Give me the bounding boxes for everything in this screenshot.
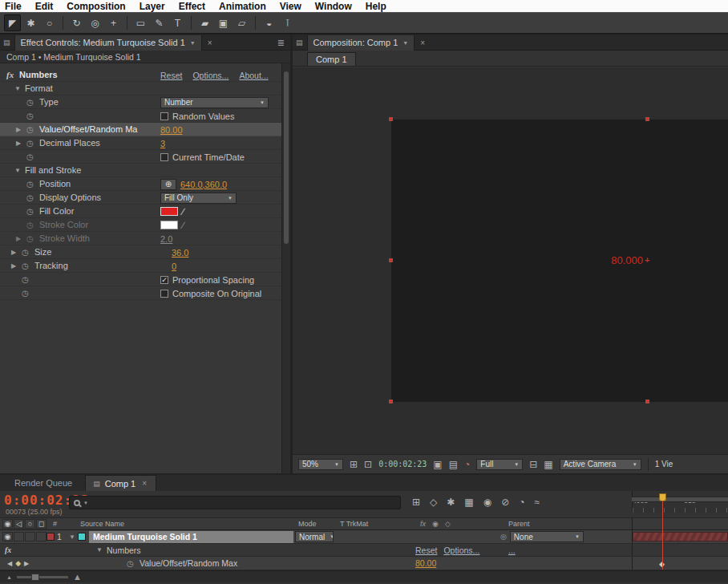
- size-value[interactable]: 36.0: [172, 248, 188, 258]
- comp-1-chip[interactable]: Comp 1: [307, 52, 356, 66]
- effect-name[interactable]: Numbers: [107, 545, 141, 555]
- mode-header[interactable]: Mode: [295, 520, 337, 528]
- hand-tool-button[interactable]: ✱: [22, 14, 39, 31]
- search-input[interactable]: [91, 498, 396, 507]
- add-keyframe-icon[interactable]: ◆: [15, 559, 21, 567]
- region-of-interest-icon[interactable]: ⊟: [529, 459, 537, 470]
- brush-tool-button[interactable]: ▰: [196, 14, 213, 31]
- switches-header[interactable]: fx ◉ ◇: [415, 520, 489, 528]
- layer-row[interactable]: ◉ 1 ▼ Medium Turquoise Solid 1 Normal ▼: [0, 530, 728, 544]
- display-options-select[interactable]: Fill Only ▼: [160, 193, 237, 204]
- playhead-line[interactable]: [662, 501, 663, 570]
- zoom-tool-button[interactable]: ○: [41, 14, 58, 31]
- twirl-open-icon[interactable]: ▼: [67, 533, 78, 541]
- decimal-places-value[interactable]: 3: [160, 139, 165, 148]
- effect-controls-tab[interactable]: Effect Controls: Medium Turquoise Solid …: [14, 35, 202, 51]
- type-tool-button[interactable]: T: [169, 14, 186, 31]
- stopwatch-icon[interactable]: ◷: [26, 98, 39, 107]
- brainstorm-icon[interactable]: ◔: [519, 497, 524, 508]
- composition-tab[interactable]: Composition: Comp 1 ▼: [307, 35, 415, 51]
- effect-source-cell[interactable]: ▼ Numbers: [67, 545, 295, 555]
- trkmat-header[interactable]: T TrkMat: [337, 520, 415, 528]
- solid-color-chip[interactable]: [78, 533, 86, 541]
- menu-view[interactable]: View: [280, 1, 301, 12]
- playhead-grabber[interactable]: [659, 493, 666, 501]
- auto-keyframe-icon[interactable]: ⊘: [501, 497, 509, 508]
- breadcrumb-text[interactable]: Comp 1 • Medium Turquoise Solid 1: [6, 52, 141, 62]
- zoom-out-icon[interactable]: ▲: [6, 574, 12, 580]
- timeline-zoom-slider[interactable]: [17, 576, 68, 578]
- options-link[interactable]: Options...: [192, 71, 229, 80]
- shape-tool-button[interactable]: ▭: [132, 14, 149, 31]
- selection-handle[interactable]: [645, 399, 649, 404]
- panel-menu-icon[interactable]: ≣: [277, 38, 287, 48]
- composition-viewport[interactable]: 80.000 +: [293, 67, 728, 454]
- comp-1-timeline-tab[interactable]: ▤ Comp 1 ×: [85, 475, 156, 491]
- next-keyframe-icon[interactable]: ▶: [24, 560, 29, 567]
- position-value[interactable]: 640.0,360.0: [180, 180, 227, 189]
- reset-link[interactable]: Reset: [160, 71, 182, 80]
- twirl-closed-icon[interactable]: ▶: [16, 140, 26, 147]
- stopwatch-icon[interactable]: ◷: [22, 262, 34, 270]
- layer-source-cell[interactable]: ▼ Medium Turquoise Solid 1: [67, 531, 295, 543]
- composition-button-icon[interactable]: ⊞: [412, 497, 420, 508]
- composite-original-checkbox[interactable]: [160, 290, 168, 298]
- scrollbar-thumb[interactable]: [284, 71, 289, 244]
- solo-toggle[interactable]: [25, 532, 35, 541]
- parent-header[interactable]: Parent: [489, 520, 632, 528]
- selection-tool-button[interactable]: ◤: [4, 14, 21, 31]
- snapshot-icon[interactable]: ▣: [433, 459, 442, 470]
- resolution-select[interactable]: Full ▼: [476, 459, 523, 470]
- eye-icon[interactable]: ◉: [2, 519, 13, 529]
- random-values-checkbox[interactable]: [160, 112, 168, 120]
- pickwhip-icon[interactable]: ◎: [489, 533, 507, 541]
- stopwatch-icon[interactable]: ◷: [26, 193, 39, 202]
- effect-name[interactable]: Numbers: [19, 70, 58, 79]
- property-row[interactable]: ◀ ◆ ▶ ◷ Value/Offset/Random Max 80.00 ◆: [0, 557, 728, 570]
- motion-blur-icon[interactable]: ◉: [483, 497, 491, 508]
- stopwatch-icon[interactable]: ◷: [26, 125, 39, 134]
- stroke-color-swatch[interactable]: [160, 221, 178, 229]
- about-link[interactable]: About...: [239, 71, 268, 80]
- layer-track-cell[interactable]: [632, 530, 728, 543]
- stopwatch-icon[interactable]: ◷: [26, 139, 39, 148]
- selection-handle[interactable]: [389, 117, 393, 121]
- composition-frame[interactable]: 80.000 +: [391, 120, 728, 402]
- property-track-cell[interactable]: ◆: [632, 557, 728, 570]
- menu-help[interactable]: Help: [366, 1, 386, 12]
- show-snapshot-icon[interactable]: ▤: [449, 459, 458, 470]
- scrollbar[interactable]: [281, 63, 290, 473]
- view-layout-select[interactable]: 1 Vie: [655, 460, 673, 468]
- chevron-down-icon[interactable]: ▼: [402, 40, 408, 46]
- position-target-button[interactable]: ⊕: [160, 179, 176, 190]
- twirl-open-icon[interactable]: ▼: [96, 546, 107, 554]
- magnification-select[interactable]: 50% ▼: [298, 459, 343, 470]
- menu-layer[interactable]: Layer: [140, 1, 165, 12]
- stopwatch-icon[interactable]: ◷: [26, 112, 39, 120]
- lock-toggle[interactable]: [36, 532, 47, 541]
- fill-color-swatch[interactable]: [160, 207, 178, 216]
- proportional-spacing-checkbox[interactable]: ✓: [160, 276, 168, 284]
- reset-link[interactable]: Reset: [415, 545, 437, 555]
- blend-mode-select[interactable]: Normal ▼: [295, 531, 334, 542]
- twirl-closed-icon[interactable]: ▶: [11, 262, 22, 270]
- stopwatch-icon[interactable]: ◷: [26, 180, 39, 189]
- type-select[interactable]: Number ▼: [160, 97, 269, 108]
- selection-handle[interactable]: [645, 117, 649, 121]
- solo-icon[interactable]: ○: [25, 519, 35, 529]
- stopwatch-icon[interactable]: ◷: [26, 152, 39, 161]
- eye-icon[interactable]: ◉: [2, 532, 13, 541]
- options-link[interactable]: Options...: [443, 545, 479, 555]
- lock-icon[interactable]: ◻: [36, 519, 47, 529]
- menu-animation[interactable]: Animation: [219, 1, 266, 12]
- rotation-tool-button[interactable]: ↻: [68, 14, 85, 31]
- previous-keyframe-icon[interactable]: ◀: [7, 560, 12, 567]
- twirl-closed-icon[interactable]: ▶: [11, 249, 22, 256]
- fx-icon[interactable]: fx: [2, 545, 11, 554]
- mask-path-visibility-icon[interactable]: ⊡: [364, 459, 372, 470]
- close-icon[interactable]: ×: [206, 39, 214, 47]
- property-value[interactable]: 80.00: [415, 558, 436, 568]
- more-link[interactable]: ...: [489, 545, 516, 555]
- stopwatch-icon[interactable]: ◷: [22, 289, 34, 298]
- timeline-search[interactable]: ▼: [69, 496, 401, 509]
